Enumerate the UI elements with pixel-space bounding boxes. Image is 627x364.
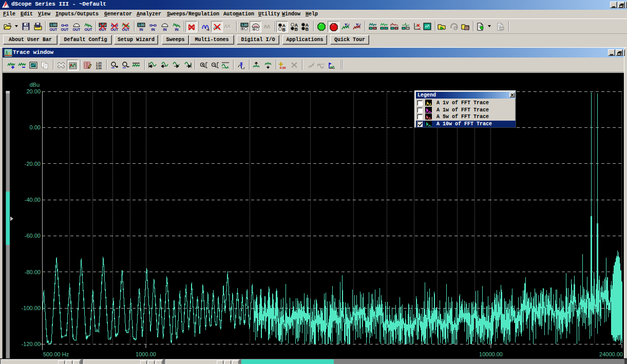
svg-text:10000.00: 10000.00 [479,351,503,357]
svg-text:-40.00: -40.00 [25,197,41,203]
svg-text:-120.00: -120.00 [22,341,41,347]
svg-text:1.00: 1.00 [138,23,145,27]
svg-text:0.00: 0.00 [280,66,286,69]
svg-text:-80.00: -80.00 [25,269,41,275]
svg-text:-20.00: -20.00 [25,161,41,167]
svg-text:IN: IN [140,28,143,31]
svg-text:-100.00: -100.00 [22,305,41,311]
svg-text:OUT: OUT [49,28,57,31]
svg-text:500.00 Hz: 500.00 Hz [43,351,69,357]
svg-text:1.00: 1.00 [50,23,56,27]
svg-text:IN: IN [151,28,155,31]
svg-text:B: B [282,27,286,32]
svg-text:B: B [305,27,309,31]
svg-text:OUT: OUT [72,28,80,31]
svg-text:IN: IN [163,28,167,31]
svg-text:dBu: dBu [29,82,40,88]
svg-text:24000.00: 24000.00 [599,351,623,357]
svg-text:1.00: 1.00 [241,23,248,27]
svg-text:-60.00: -60.00 [25,233,41,239]
svg-text:0.00: 0.00 [30,124,41,130]
svg-text:2.00: 2.00 [96,67,102,70]
svg-text:B: B [295,27,298,31]
svg-text:1000.00: 1000.00 [136,351,156,357]
svg-text:IN: IN [175,28,178,31]
svg-text:OUT: OUT [85,28,92,31]
svg-text:20.00: 20.00 [26,88,41,94]
svg-text:OUT: OUT [61,28,69,31]
